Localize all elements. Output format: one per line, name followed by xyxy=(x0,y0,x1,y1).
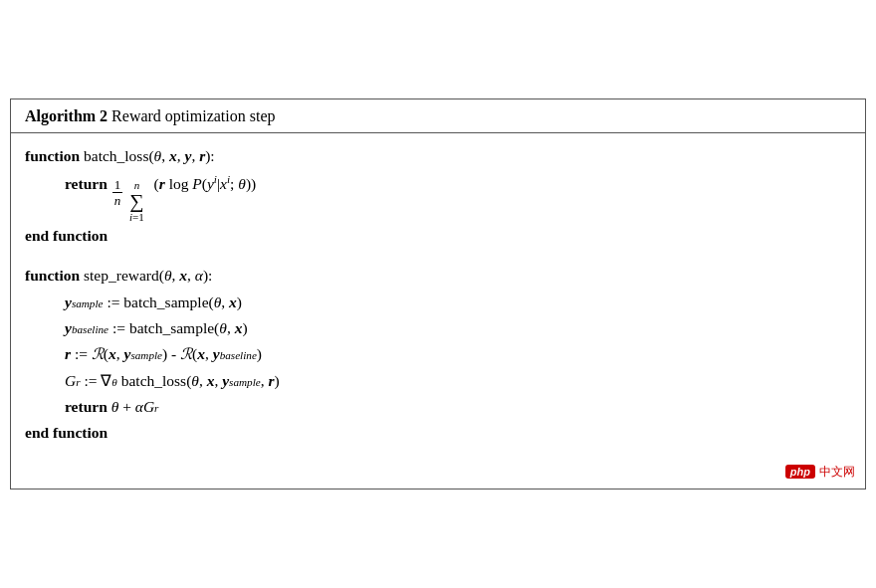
algorithm-number: Algorithm 2 xyxy=(25,107,108,124)
line-gr-assign: Gr := ∇θ batch_loss(θ, x, ysample, r) xyxy=(25,368,851,394)
php-tag-icon: php xyxy=(785,465,815,479)
line-y-baseline: ybaseline := batch_sample(θ, x) xyxy=(25,315,851,341)
fraction-1-n: 1 n xyxy=(112,177,123,209)
keyword-end-function: end function xyxy=(25,223,108,249)
block-batch-loss: function batch_loss(θ, x, y, r): return … xyxy=(25,143,851,249)
algorithm-header: Algorithm 2 Reward optimization step xyxy=(11,99,865,133)
summation: n ∑ i=1 xyxy=(129,179,144,223)
line-y-sample: ysample := batch_sample(θ, x) xyxy=(25,290,851,315)
line-return-step-reward: return θ + αGr xyxy=(25,394,851,420)
line-r-assign: r := ℛ(x, ysample) - ℛ(x, ybaseline) xyxy=(25,341,851,367)
algorithm-body: function batch_loss(θ, x, y, r): return … xyxy=(11,133,865,488)
keyword-return-2: return xyxy=(65,394,108,420)
line-end-function-1: end function xyxy=(25,223,851,249)
php-badge: php 中文网 xyxy=(785,464,855,481)
keyword-end-function-2: end function xyxy=(25,420,108,446)
keyword-function: function xyxy=(25,143,80,169)
line-end-function-2: end function xyxy=(25,420,851,446)
keyword-function-2: function xyxy=(25,263,80,289)
keyword-return: return xyxy=(65,171,108,197)
line-function-batch-loss: function batch_loss(θ, x, y, r): xyxy=(25,143,851,169)
algorithm-box: Algorithm 2 Reward optimization step fun… xyxy=(10,98,866,489)
badge-spacer xyxy=(25,447,851,475)
block-step-reward: function step_reward(θ, x, α): ysample :… xyxy=(25,263,851,446)
algorithm-title: Reward optimization step xyxy=(111,107,275,124)
line-return-batch-loss: return 1 n n ∑ i=1 (r log P(yi|xi; θ)) xyxy=(25,170,851,223)
php-label-text: 中文网 xyxy=(819,464,855,481)
line-function-step-reward: function step_reward(θ, x, α): xyxy=(25,263,851,289)
separator xyxy=(25,249,851,263)
